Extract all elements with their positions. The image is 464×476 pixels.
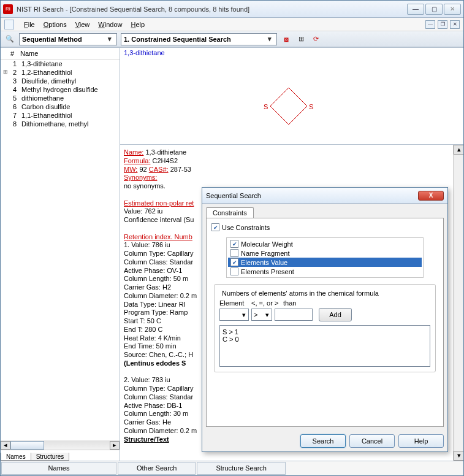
structure-search-button[interactable]: Structure Search — [197, 462, 286, 475]
list-item[interactable]: 4Methyl hydrogen disulfide — [1, 85, 120, 94]
hitlist-header: # Name — [1, 48, 120, 60]
menubar: File Options View Window Help — ❐ ✕ — [1, 18, 463, 31]
tab-structures[interactable]: Structures — [31, 453, 70, 461]
method-value: Sequential Method — [22, 36, 105, 43]
vscrollbar[interactable]: ▴ ▾ — [453, 145, 463, 461]
elements-group: Numbers of elements' atoms in the chemic… — [214, 284, 436, 372]
scroll-left-button[interactable]: ◂ — [1, 441, 10, 450]
opt-name-fragment[interactable]: Name Fragment — [228, 248, 422, 258]
chevron-down-icon: ▾ — [105, 35, 114, 43]
method-combo[interactable]: Sequential Method ▾ — [19, 33, 117, 45]
bottom-bar: Names Other Search Structure Search — [1, 461, 463, 475]
chevron-down-icon: ▾ — [265, 35, 274, 43]
help-button[interactable]: Help — [398, 434, 444, 448]
stop-icon[interactable]: ⦻ — [281, 34, 292, 45]
system-menu-icon[interactable] — [4, 20, 14, 29]
element-label: Element — [219, 299, 249, 307]
chevron-down-icon: ▾ — [263, 311, 272, 319]
opt-molecular-weight[interactable]: ✔Molecular Weight — [228, 239, 422, 248]
list-item[interactable]: 71,1-Ethanedithiol — [1, 111, 120, 120]
window-title: NIST RI Search - [Constrained Sequential… — [17, 6, 406, 13]
search-combo[interactable]: 1. Constrained Sequential Search ▾ — [121, 33, 277, 45]
other-search-button[interactable]: Other Search — [118, 462, 196, 475]
menu-window[interactable]: Window — [94, 20, 126, 29]
hscrollbar[interactable]: ◂ ▸ — [1, 440, 120, 450]
list-item[interactable]: 11,3-dithietane — [1, 60, 120, 68]
use-constraints-check[interactable]: ✔ Use Constraints — [211, 223, 438, 231]
list-item[interactable]: ⊞21,2-Ethanedithiol — [1, 68, 120, 77]
elements-listbox[interactable]: S > 1 C > 0 — [219, 325, 430, 367]
mdi-minimize-button[interactable]: — — [425, 20, 435, 29]
scroll-down-button[interactable]: ▾ — [454, 451, 463, 461]
tree-icon[interactable]: ⊞ — [295, 34, 306, 45]
dialog-body: Constraints ✔ Use Constraints ✔Molecular… — [202, 204, 447, 431]
element-combo[interactable]: ▾ — [219, 309, 249, 321]
than-label: than — [283, 299, 321, 307]
svg-marker-0 — [270, 88, 307, 125]
chevron-down-icon: ▾ — [240, 311, 248, 319]
dialog-close-button[interactable]: X — [418, 191, 444, 201]
search-button[interactable]: Search — [300, 434, 346, 448]
svg-text:S: S — [309, 103, 313, 110]
constraint-type-list[interactable]: ✔Molecular Weight Name Fragment ✔Element… — [226, 237, 424, 278]
menu-view[interactable]: View — [72, 20, 94, 29]
hitlist-tabs: Names Structures — [1, 450, 120, 461]
app-icon: RI — [3, 4, 13, 14]
menu-help[interactable]: Help — [127, 20, 148, 29]
checkbox-icon: ✔ — [211, 223, 219, 231]
titlebar[interactable]: RI NIST RI Search - [Constrained Sequent… — [1, 1, 463, 18]
binoculars-icon[interactable]: 🔍 — [4, 34, 15, 45]
structure-view[interactable]: 1,3-dithietane S S — [120, 48, 463, 145]
molecule-icon: S S — [261, 85, 316, 128]
col-name-header[interactable]: Name — [20, 50, 38, 57]
scroll-track[interactable] — [10, 441, 110, 450]
mdi-restore-button[interactable]: ❐ — [438, 20, 447, 29]
operator-label: <, =, or > — [251, 299, 281, 307]
cancel-button[interactable]: Cancel — [349, 434, 395, 448]
opt-elements-present[interactable]: Elements Present — [228, 267, 422, 276]
search-value: 1. Constrained Sequential Search — [124, 36, 265, 43]
hitlist[interactable]: 11,3-dithietane ⊞21,2-Ethanedithiol 3Dis… — [1, 60, 120, 440]
scroll-up-button[interactable]: ▴ — [454, 145, 463, 155]
dialog-buttons: Search Cancel Help — [202, 431, 447, 451]
list-item[interactable]: 3Disulfide, dimethyl — [1, 77, 120, 85]
sequential-search-dialog: Sequential Search X Constraints ✔ Use Co… — [202, 187, 448, 452]
hitlist-pane: # Name 11,3-dithietane ⊞21,2-Ethanedithi… — [1, 48, 120, 461]
col-num-header[interactable]: # — [3, 50, 20, 57]
names-button[interactable]: Names — [1, 462, 116, 475]
menu-file[interactable]: File — [20, 20, 39, 29]
mdi-close-button[interactable]: ✕ — [450, 20, 460, 29]
list-item[interactable]: 5dithiomethane — [1, 94, 120, 102]
tab-constraints[interactable]: Constraints — [206, 207, 254, 218]
scroll-thumb[interactable] — [10, 441, 44, 450]
list-item[interactable]: 8Dithiomethane, methyl — [1, 120, 120, 128]
add-button[interactable]: Add — [319, 308, 352, 321]
svg-text:S: S — [264, 103, 268, 110]
opt-elements-value[interactable]: ✔Elements Value — [228, 258, 422, 267]
compound-name: 1,3-dithietane — [124, 49, 165, 56]
group-header: Numbers of elements' atoms in the chemic… — [219, 290, 381, 297]
toolbar: 🔍 Sequential Method ▾ 1. Constrained Seq… — [1, 31, 463, 47]
scroll-right-button[interactable]: ▸ — [110, 441, 120, 450]
close-button[interactable]: ✕ — [444, 4, 461, 15]
list-item[interactable]: 6Carbon disulfide — [1, 102, 120, 111]
minimize-button[interactable]: — — [407, 4, 424, 15]
constraints-panel: ✔ Use Constraints ✔Molecular Weight Name… — [206, 218, 444, 427]
tab-names[interactable]: Names — [1, 453, 31, 461]
maximize-button[interactable]: ▢ — [425, 4, 443, 15]
dialog-title: Sequential Search — [206, 192, 418, 199]
refresh-icon[interactable]: ⟳ — [310, 34, 321, 45]
menu-options[interactable]: Options — [40, 20, 70, 29]
operator-combo[interactable]: >▾ — [251, 309, 272, 321]
than-input[interactable] — [275, 309, 313, 321]
dialog-titlebar[interactable]: Sequential Search X — [202, 188, 447, 204]
